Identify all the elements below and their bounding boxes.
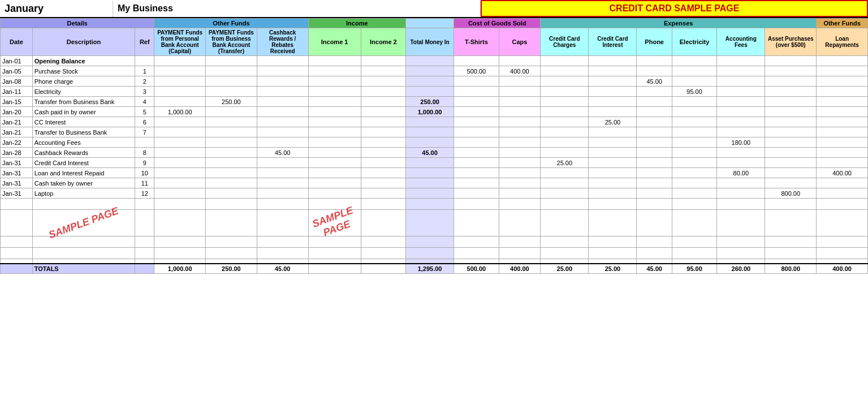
cell-total-money [406, 137, 454, 148]
cell-ref: 1 [135, 66, 154, 76]
group-expenses: Expenses [541, 19, 817, 28]
empty-cell [637, 210, 672, 236]
sep-cell [1, 259, 33, 264]
cell-cc-charges [541, 76, 589, 87]
cell-date: Jan-31 [1, 158, 33, 168]
main-table: Details Other Funds Income Cost of Goods… [0, 18, 868, 274]
cell-description: Cashback Rewards [32, 148, 135, 158]
sep-cell [637, 259, 672, 264]
cell-payment-personal [154, 56, 206, 66]
cell-cashback [257, 117, 308, 127]
cell-tshirts [454, 107, 499, 117]
empty-cell [765, 236, 817, 248]
empty-cell [154, 236, 206, 248]
cell-electricity: 95.00 [672, 87, 716, 97]
table-row: Jan-31Credit Card Interest925.00 [1, 158, 868, 168]
cell-caps [499, 158, 541, 168]
cell-total-money: 250.00 [406, 97, 454, 107]
empty-row [1, 199, 868, 210]
empty-cell [541, 210, 589, 236]
cell-income1 [308, 168, 361, 178]
cell-cc-interest [589, 107, 637, 117]
table-row: Jan-22Accounting Fees180.00 [1, 137, 868, 148]
col-phone: Phone [637, 28, 672, 56]
empty-cell [499, 236, 541, 248]
cell-cc-charges [541, 137, 589, 148]
cell-ref: 8 [135, 148, 154, 158]
cell-date: Jan-31 [1, 188, 33, 199]
cell-date: Jan-05 [1, 66, 33, 76]
cell-electricity [672, 168, 716, 178]
cell-electricity [672, 97, 716, 107]
sep-cell [589, 259, 637, 264]
totals-accounting: 260.00 [717, 264, 765, 274]
cell-phone [637, 107, 672, 117]
cell-description: Transfer to Business Bank [32, 127, 135, 137]
cell-total-money [406, 87, 454, 97]
cell-loan [817, 148, 868, 158]
empty-cell [637, 236, 672, 248]
cell-caps: 400.00 [499, 66, 541, 76]
empty-cell [32, 248, 135, 259]
cell-payment-personal [154, 76, 206, 87]
sep-cell [541, 259, 589, 264]
sep-cell [206, 259, 257, 264]
totals-ref [135, 264, 154, 274]
cell-cc-charges [541, 168, 589, 178]
cell-tshirts [454, 168, 499, 178]
cell-caps [499, 97, 541, 107]
empty-cell [541, 236, 589, 248]
cell-date: Jan-15 [1, 97, 33, 107]
col-income1: Income 1 [308, 28, 361, 56]
cell-payment-personal [154, 97, 206, 107]
cell-total-money [406, 66, 454, 76]
cell-asset: 800.00 [765, 188, 817, 199]
cell-income2 [361, 127, 405, 137]
cell-tshirts: 500.00 [454, 66, 499, 76]
cell-loan [817, 158, 868, 168]
table-row: Jan-28Cashback Rewards845.0045.00 [1, 148, 868, 158]
cell-cc-interest [589, 76, 637, 87]
empty-cell [154, 210, 206, 236]
empty-cell [637, 248, 672, 259]
cell-ref: 4 [135, 97, 154, 107]
cell-loan [817, 117, 868, 127]
cell-description: Transfer from Business Bank [32, 97, 135, 107]
cell-accounting [717, 188, 765, 199]
totals-cc-charges: 25.00 [541, 264, 589, 274]
cell-caps [499, 127, 541, 137]
empty-cell [454, 210, 499, 236]
empty-cell [765, 199, 817, 210]
empty-cell [541, 199, 589, 210]
totals-payment-personal: 1,000.00 [154, 264, 206, 274]
cell-income2 [361, 56, 405, 66]
group-total [406, 19, 454, 28]
cell-cc-interest [589, 87, 637, 97]
cell-ref [135, 137, 154, 148]
empty-cell [135, 210, 154, 236]
cell-cc-interest [589, 66, 637, 76]
cell-description: Cash paid in by owner [32, 107, 135, 117]
empty-cell [257, 210, 308, 236]
col-accounting: Accounting Fees [717, 28, 765, 56]
empty-cell [817, 210, 868, 236]
totals-income2 [361, 264, 405, 274]
cell-cc-interest [589, 168, 637, 178]
cell-accounting [717, 97, 765, 107]
empty-row [1, 236, 868, 248]
cell-cc-interest [589, 188, 637, 199]
cell-phone [637, 127, 672, 137]
cell-total-money [406, 76, 454, 87]
cell-loan [817, 97, 868, 107]
cell-cc-charges [541, 117, 589, 127]
cell-phone [637, 66, 672, 76]
cell-payment-personal [154, 178, 206, 188]
empty-cell [672, 248, 716, 259]
cell-payment-business [206, 137, 257, 148]
empty-cell [717, 236, 765, 248]
cell-tshirts [454, 76, 499, 87]
col-loan: Loan Repayments [817, 28, 868, 56]
cell-loan [817, 107, 868, 117]
cell-income1 [308, 158, 361, 168]
cell-tshirts [454, 117, 499, 127]
